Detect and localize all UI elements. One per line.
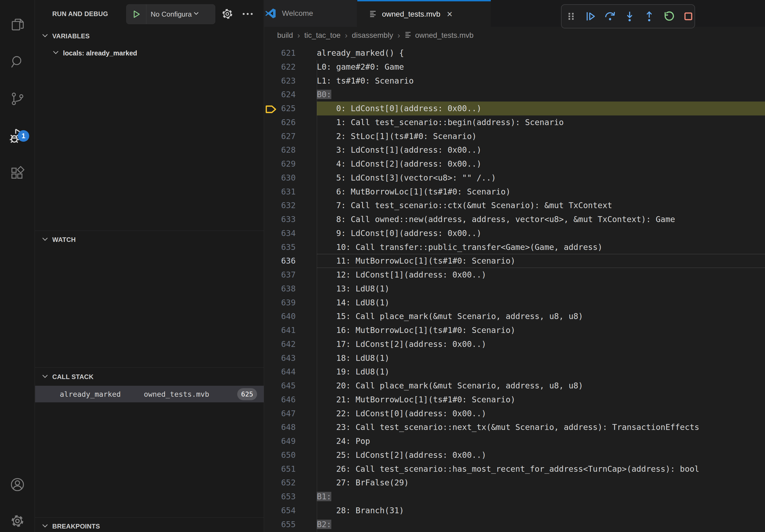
start-debugging-icon[interactable] bbox=[127, 5, 146, 24]
step-out-icon[interactable] bbox=[643, 10, 655, 23]
tab-owned-tests[interactable]: owned_tests.mvb × bbox=[357, 0, 491, 27]
gutter-line-645[interactable]: 645 bbox=[264, 379, 317, 393]
code-text-635[interactable]: 10: Call transfer::public_transfer<Game>… bbox=[317, 240, 765, 254]
toolbar-drag-handle-icon[interactable] bbox=[566, 10, 577, 23]
code-text-645[interactable]: 20: Call place_mark(&mut Scenario, addre… bbox=[317, 379, 765, 393]
source-control-icon[interactable] bbox=[0, 84, 35, 114]
gutter-line-648[interactable]: 648 bbox=[264, 420, 317, 434]
gutter-line-641[interactable]: 641 bbox=[264, 323, 317, 337]
code-text-633[interactable]: 8: Call owned::new(address, address, vec… bbox=[317, 212, 765, 226]
code-text-653[interactable]: B1: bbox=[317, 490, 765, 504]
code-text-642[interactable]: 17: LdConst[2](address: 0x00..) bbox=[317, 337, 765, 351]
more-actions-icon[interactable] bbox=[240, 6, 256, 22]
gutter-line-647[interactable]: 647 bbox=[264, 406, 317, 420]
code-text-646[interactable]: 21: MutBorrowLoc[1](ts#1#0: Scenario) bbox=[317, 393, 765, 406]
code-text-628[interactable]: 3: LdConst[1](address: 0x00..) bbox=[317, 143, 765, 157]
gutter-line-632[interactable]: 632 bbox=[264, 198, 317, 212]
code-text-621[interactable]: already_marked() { bbox=[317, 46, 765, 60]
gutter-line-650[interactable]: 650 bbox=[264, 448, 317, 462]
code-text-640[interactable]: 15: Call place_mark(&mut Scenario, addre… bbox=[317, 309, 765, 323]
code-text-623[interactable]: L1: ts#1#0: Scenario bbox=[317, 74, 765, 88]
code-text-625[interactable]: 0: LdConst[0](address: 0x00..) bbox=[317, 102, 765, 116]
code-text-654[interactable]: 28: Branch(31) bbox=[317, 504, 765, 518]
code-text-631[interactable]: 6: MutBorrowLoc[1](ts#1#0: Scenario) bbox=[317, 185, 765, 199]
gutter-line-640[interactable]: 640 bbox=[264, 309, 317, 323]
explorer-icon[interactable] bbox=[0, 10, 35, 39]
gutter-line-642[interactable]: 642 bbox=[264, 337, 317, 351]
gutter-line-644[interactable]: 644 bbox=[264, 365, 317, 379]
debug-settings-gear-icon[interactable] bbox=[219, 6, 235, 22]
code-text-643[interactable]: 18: LdU8(1) bbox=[317, 351, 765, 365]
gutter-line-637[interactable]: 637 bbox=[264, 268, 317, 282]
code-text-634[interactable]: 9: LdConst[0](address: 0x00..) bbox=[317, 226, 765, 240]
gutter-line-625[interactable]: 625 bbox=[264, 102, 317, 116]
gutter-line-638[interactable]: 638 bbox=[264, 282, 317, 296]
code-text-636[interactable]: 11: MutBorrowLoc[1](ts#1#0: Scenario) bbox=[317, 254, 765, 268]
breakpoints-section-header[interactable]: BREAKPOINTS bbox=[35, 520, 264, 532]
code-text-624[interactable]: B0: bbox=[317, 88, 765, 102]
breadcrumb-item-file[interactable]: owned_tests.mvb bbox=[415, 31, 474, 40]
continue-icon[interactable] bbox=[584, 10, 597, 23]
account-icon[interactable] bbox=[0, 470, 35, 499]
settings-gear-icon[interactable] bbox=[0, 506, 35, 532]
code-text-627[interactable]: 2: StLoc[1](ts#1#0: Scenario) bbox=[317, 130, 765, 143]
code-text-651[interactable]: 26: Call test_scenario::has_most_recent_… bbox=[317, 462, 765, 476]
gutter-line-653[interactable]: 653 bbox=[264, 490, 317, 504]
code-text-649[interactable]: 24: Pop bbox=[317, 434, 765, 448]
tab-welcome[interactable]: Welcome bbox=[264, 0, 357, 27]
gutter-line-634[interactable]: 634 bbox=[264, 226, 317, 240]
gutter-line-635[interactable]: 635 bbox=[264, 240, 317, 254]
gutter-line-639[interactable]: 639 bbox=[264, 296, 317, 310]
breadcrumb-item-tic-tac-toe[interactable]: tic_tac_toe bbox=[304, 31, 341, 40]
gutter-line-621[interactable]: 621 bbox=[264, 46, 317, 60]
gutter-line-630[interactable]: 630 bbox=[264, 171, 317, 185]
code-text-644[interactable]: 19: LdU8(1) bbox=[317, 365, 765, 379]
extensions-icon[interactable] bbox=[0, 158, 35, 188]
gutter-line-626[interactable]: 626 bbox=[264, 116, 317, 130]
gutter-line-654[interactable]: 654 bbox=[264, 504, 317, 518]
code-text-638[interactable]: 13: LdU8(1) bbox=[317, 282, 765, 296]
search-icon[interactable] bbox=[0, 47, 35, 77]
code-text-641[interactable]: 16: MutBorrowLoc[1](ts#1#0: Scenario) bbox=[317, 323, 765, 337]
gutter-line-631[interactable]: 631 bbox=[264, 185, 317, 199]
call-stack-frame-row[interactable]: already_marked owned_tests.mvb 625 bbox=[35, 386, 264, 402]
watch-section-header[interactable]: WATCH bbox=[35, 233, 264, 246]
gutter-line-655[interactable]: 655 bbox=[264, 518, 317, 531]
close-tab-icon[interactable]: × bbox=[447, 9, 452, 19]
gutter-line-649[interactable]: 649 bbox=[264, 434, 317, 448]
restart-icon[interactable] bbox=[663, 10, 675, 23]
run-and-debug-icon[interactable]: 1 bbox=[0, 121, 35, 150]
code-text-647[interactable]: 22: LdConst[0](address: 0x00..) bbox=[317, 406, 765, 420]
gutter-line-651[interactable]: 651 bbox=[264, 462, 317, 476]
call-stack-section-header[interactable]: CALL STACK Paused on entry bbox=[35, 370, 264, 384]
code-text-630[interactable]: 5: LdConst[3](vector<u8>: "" /..) bbox=[317, 171, 765, 185]
gutter-line-624[interactable]: 624 bbox=[264, 88, 317, 102]
gutter-line-627[interactable]: 627 bbox=[264, 130, 317, 143]
variables-scope-row[interactable]: locals: already_marked bbox=[35, 46, 264, 60]
code-text-650[interactable]: 25: LdConst[2](address: 0x00..) bbox=[317, 448, 765, 462]
code-text-622[interactable]: L0: game#2#0: Game bbox=[317, 60, 765, 74]
gutter-line-636[interactable]: 636 bbox=[264, 254, 317, 268]
gutter-line-623[interactable]: 623 bbox=[264, 74, 317, 88]
gutter-line-628[interactable]: 628 bbox=[264, 143, 317, 157]
gutter-line-646[interactable]: 646 bbox=[264, 393, 317, 406]
gutter-line-633[interactable]: 633 bbox=[264, 212, 317, 226]
code-text-655[interactable]: B2: bbox=[317, 518, 765, 531]
code-text-652[interactable]: 27: BrFalse(29) bbox=[317, 476, 765, 490]
code-text-632[interactable]: 7: Call test_scenario::ctx(&mut Scenario… bbox=[317, 198, 765, 212]
step-over-icon[interactable] bbox=[604, 10, 616, 23]
configuration-dropdown[interactable]: No Configura bbox=[146, 9, 215, 19]
code-text-629[interactable]: 4: LdConst[2](address: 0x00..) bbox=[317, 157, 765, 171]
code-text-648[interactable]: 23: Call test_scenario::next_tx(&mut Sce… bbox=[317, 420, 765, 434]
step-into-icon[interactable] bbox=[623, 10, 636, 23]
gutter-line-622[interactable]: 622 bbox=[264, 60, 317, 74]
code-text-637[interactable]: 12: LdConst[1](address: 0x00..) bbox=[317, 268, 765, 282]
gutter-line-629[interactable]: 629 bbox=[264, 157, 317, 171]
variables-section-header[interactable]: VARIABLES bbox=[35, 30, 264, 43]
stop-icon[interactable] bbox=[682, 10, 694, 23]
code-text-626[interactable]: 1: Call test_scenario::begin(address): S… bbox=[317, 116, 765, 130]
gutter-line-652[interactable]: 652 bbox=[264, 476, 317, 490]
launch-configuration-control[interactable]: No Configura bbox=[126, 4, 215, 24]
breadcrumb-item-disassembly[interactable]: disassembly bbox=[352, 31, 393, 40]
code-text-639[interactable]: 14: LdU8(1) bbox=[317, 296, 765, 310]
